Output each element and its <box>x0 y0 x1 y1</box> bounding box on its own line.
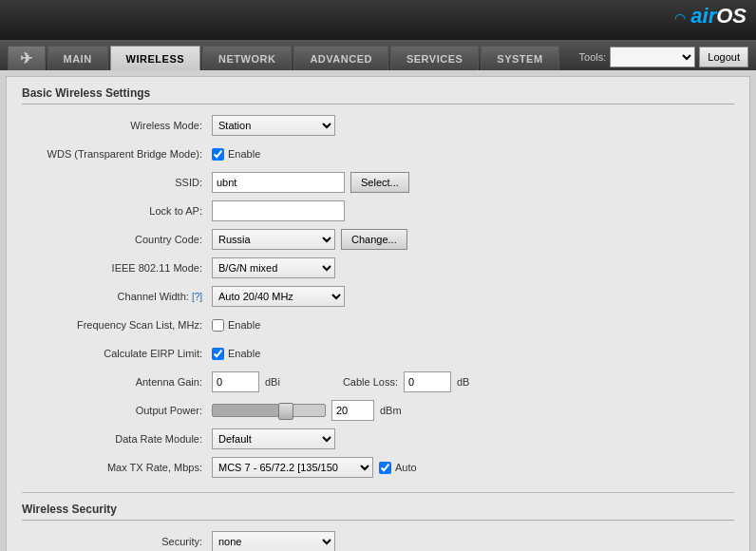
logout-button[interactable]: Logout <box>699 47 748 67</box>
channel-width-row: Channel Width: [?] Auto 20/40 MHz 20 MHz… <box>22 285 734 308</box>
cable-loss-label: Cable Loss: <box>343 376 398 388</box>
wds-checkbox-label[interactable]: Enable <box>212 148 260 161</box>
country-code-select[interactable]: Russia United States Germany <box>212 229 335 250</box>
freq-scan-checkbox-label[interactable]: Enable <box>212 319 260 332</box>
tools-select[interactable] <box>610 47 695 67</box>
ssid-select-button[interactable]: Select... <box>350 172 409 193</box>
navbar: ✈ MAIN WIRELESS NETWORK ADVANCED SERVICE… <box>0 40 756 70</box>
header: ◠ airOS <box>0 0 756 40</box>
data-rate-row: Data Rate Module: Default Custom <box>22 428 734 450</box>
antenna-gain-unit: dBi <box>265 376 280 388</box>
country-code-label: Country Code: <box>22 234 212 245</box>
security-label: Security: <box>22 536 212 547</box>
ssid-input[interactable] <box>212 172 345 193</box>
tools-label: Tools: <box>579 51 607 63</box>
ieee-mode-row: IEEE 802.11 Mode: B/G/N mixed B only G o… <box>22 256 734 279</box>
ssid-row: SSID: Select... <box>22 171 734 194</box>
antenna-cable-control: dBi Cable Loss: dB <box>212 371 469 392</box>
tab-system[interactable]: SYSTEM <box>481 46 558 70</box>
ieee-mode-label: IEEE 802.11 Mode: <box>22 262 212 274</box>
max-tx-row: Max TX Rate, Mbps: MCS 7 - 65/72.2 [135/… <box>22 456 734 479</box>
channel-width-control: Auto 20/40 MHz 20 MHz 40 MHz <box>212 286 345 307</box>
section-divider <box>22 492 734 493</box>
calc-eirp-checkbox-label[interactable]: Enable <box>212 348 260 360</box>
logo: ◠ airOS <box>674 4 747 28</box>
lock-to-ap-control <box>212 200 345 221</box>
ieee-mode-control: B/G/N mixed B only G only N only <box>212 257 335 278</box>
calc-eirp-checkbox[interactable] <box>212 348 224 360</box>
freq-scan-control: Enable <box>212 319 260 332</box>
output-power-row: Output Power: dBm <box>22 399 734 422</box>
calc-eirp-label: Calculate EIRP Limit: <box>22 348 212 359</box>
wds-enable-text: Enable <box>228 148 260 160</box>
max-tx-select[interactable]: MCS 7 - 65/72.2 [135/150 <box>212 457 373 478</box>
wireless-security-section-header: Wireless Security <box>22 503 734 521</box>
tab-wireless[interactable]: WIRELESS <box>110 46 200 70</box>
wds-checkbox[interactable] <box>212 148 224 161</box>
max-tx-label: Max TX Rate, Mbps: <box>22 462 212 473</box>
lock-to-ap-input[interactable] <box>212 200 345 221</box>
max-tx-auto-label[interactable]: Auto <box>379 462 417 474</box>
max-tx-auto-checkbox[interactable] <box>379 462 391 474</box>
freq-scan-checkbox[interactable] <box>212 319 224 332</box>
basic-wireless-section-header: Basic Wireless Settings <box>22 86 734 104</box>
cable-loss-input[interactable] <box>404 371 451 392</box>
wds-control: Enable <box>212 148 260 161</box>
tab-advanced[interactable]: ADVANCED <box>293 46 388 70</box>
tab-main[interactable]: MAIN <box>47 46 108 70</box>
wireless-mode-select[interactable]: Station Access Point Station WDS AP WDS <box>212 115 335 136</box>
security-row: Security: none WEP WPA WPA2 <box>22 530 734 551</box>
wireless-mode-label: Wireless Mode: <box>22 120 212 131</box>
antenna-cable-row: Antenna Gain: dBi Cable Loss: dB <box>22 370 734 393</box>
logo-text: airOS <box>690 4 747 28</box>
data-rate-select[interactable]: Default Custom <box>212 428 335 449</box>
country-code-row: Country Code: Russia United States Germa… <box>22 228 734 251</box>
wireless-mode-control: Station Access Point Station WDS AP WDS <box>212 115 335 136</box>
calc-eirp-control: Enable <box>212 348 260 360</box>
ieee-mode-select[interactable]: B/G/N mixed B only G only N only <box>212 257 335 278</box>
country-code-control: Russia United States Germany Change... <box>212 229 407 250</box>
output-power-input[interactable] <box>331 400 374 421</box>
security-select[interactable]: none WEP WPA WPA2 <box>212 531 335 551</box>
tab-services[interactable]: SERVICES <box>390 46 479 70</box>
output-power-slider[interactable] <box>212 404 326 417</box>
wds-label: WDS (Transparent Bridge Mode): <box>22 148 212 160</box>
nav-tabs: ✈ MAIN WIRELESS NETWORK ADVANCED SERVICE… <box>8 46 579 70</box>
output-power-unit: dBm <box>380 405 402 416</box>
lock-to-ap-row: Lock to AP: <box>22 200 734 222</box>
ssid-control: Select... <box>212 172 409 193</box>
channel-width-label: Channel Width: [?] <box>22 291 212 302</box>
data-rate-label: Data Rate Module: <box>22 433 212 445</box>
slider-thumb <box>278 403 293 420</box>
freq-scan-enable-text: Enable <box>228 319 260 331</box>
lock-to-ap-label: Lock to AP: <box>22 205 212 217</box>
wds-row: WDS (Transparent Bridge Mode): Enable <box>22 142 734 165</box>
antenna-gain-label: Antenna Gain: <box>22 376 212 388</box>
max-tx-auto-text: Auto <box>395 462 417 473</box>
freq-scan-label: Frequency Scan List, MHz: <box>22 319 212 331</box>
antenna-gain-input[interactable] <box>212 371 259 392</box>
tab-network[interactable]: NETWORK <box>202 46 292 70</box>
content-area: Basic Wireless Settings Wireless Mode: S… <box>6 76 750 551</box>
security-control: none WEP WPA WPA2 <box>212 531 335 551</box>
ssid-label: SSID: <box>22 177 212 188</box>
calc-eirp-enable-text: Enable <box>228 348 260 359</box>
freq-scan-row: Frequency Scan List, MHz: Enable <box>22 314 734 336</box>
max-tx-control: MCS 7 - 65/72.2 [135/150 Auto <box>212 457 417 478</box>
wifi-icon: ◠ <box>674 10 686 26</box>
nav-tools: Tools: Logout <box>579 47 748 67</box>
channel-width-select[interactable]: Auto 20/40 MHz 20 MHz 40 MHz <box>212 286 345 307</box>
channel-width-help-link[interactable]: [?] <box>192 292 202 302</box>
output-power-label: Output Power: <box>22 405 212 416</box>
data-rate-control: Default Custom <box>212 428 335 449</box>
tab-logo[interactable]: ✈ <box>8 46 46 70</box>
calc-eirp-row: Calculate EIRP Limit: Enable <box>22 342 734 365</box>
output-power-control: dBm <box>212 400 402 421</box>
cable-loss-unit: dB <box>457 376 469 388</box>
country-change-button[interactable]: Change... <box>341 229 407 250</box>
wireless-mode-row: Wireless Mode: Station Access Point Stat… <box>22 114 734 137</box>
